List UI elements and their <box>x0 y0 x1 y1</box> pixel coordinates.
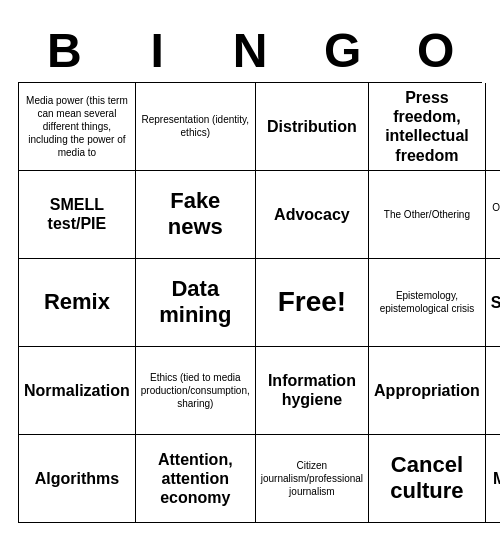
bingo-cell: The Other/Othering <box>369 171 486 259</box>
bingo-cell: Press freedom, intellectual freedom <box>369 83 486 171</box>
bingo-cell: Appropriation <box>369 347 486 435</box>
cell-text: Epistemology, epistemological crisis <box>374 289 480 315</box>
cell-text: Objectivity vs. fairness in news coverag… <box>491 201 500 227</box>
bingo-cell: Normalization <box>19 347 136 435</box>
bingo-letter: B <box>18 21 111 82</box>
bingo-cell: Objectivity vs. fairness in news coverag… <box>486 171 500 259</box>
bingo-cell: Fake news <box>136 171 256 259</box>
cell-text: Appropriation <box>374 381 480 400</box>
cell-text: Fake news <box>141 188 250 241</box>
bingo-cell: Advocacy <box>256 171 369 259</box>
cell-text: Media power (this term can mean several … <box>24 94 130 159</box>
cell-text: Press freedom, intellectual freedom <box>374 88 480 165</box>
bingo-cell: Representation (identity, ethics) <box>136 83 256 171</box>
cell-text: Cancel culture <box>374 452 480 505</box>
bingo-letter: O <box>389 21 482 82</box>
cell-text: Advocacy <box>274 205 350 224</box>
bingo-letter: G <box>296 21 389 82</box>
bingo-cell: Free! <box>256 259 369 347</box>
cell-text: Ethics (tied to media production/consump… <box>141 371 250 410</box>
cell-text: Algorithms <box>35 469 119 488</box>
bingo-cell: Ethics (tied to media production/consump… <box>136 347 256 435</box>
cell-text: Information hygiene <box>261 371 363 409</box>
bingo-cell: Citizen journalism/professional journali… <box>256 435 369 523</box>
bingo-cell: Information hygiene <box>256 347 369 435</box>
cell-text: Normalization <box>24 381 130 400</box>
bingo-cell: SMELL test/PIE <box>19 171 136 259</box>
bingo-letter: N <box>204 21 297 82</box>
bingo-letter: I <box>111 21 204 82</box>
cell-text: Distribution <box>267 117 357 136</box>
cell-text: Media scarcity <box>491 364 500 417</box>
bingo-cell: Distribution <box>256 83 369 171</box>
bingo-cell: Epistemology, epistemological crisis <box>369 259 486 347</box>
cell-text: SMELL test/PIE <box>24 195 130 233</box>
cell-text: Free! <box>278 287 346 318</box>
bingo-card: BINGO Media power (this term can mean se… <box>10 13 490 531</box>
bingo-cell: Media scarcity <box>486 347 500 435</box>
bingo-grid: Media power (this term can mean several … <box>18 82 482 523</box>
cell-text: Representation (identity, ethics) <box>141 113 250 139</box>
cell-text: Data mining <box>141 276 250 329</box>
bingo-cell: Algorithms <box>19 435 136 523</box>
bingo-cell: Media power (this term can mean several … <box>19 83 136 171</box>
cell-text: Satire/parody <box>491 293 500 312</box>
bingo-cell: Cancel culture <box>369 435 486 523</box>
cell-text: Monetization <box>493 469 500 488</box>
cell-text: The Other/Othering <box>384 208 470 221</box>
bingo-cell: Monetization <box>486 435 500 523</box>
cell-text: Attention, attention economy <box>141 450 250 508</box>
bingo-cell: Remix <box>19 259 136 347</box>
bingo-cell: Attention, attention economy <box>136 435 256 523</box>
bingo-cell: Data mining <box>136 259 256 347</box>
cell-text: Citizen journalism/professional journali… <box>261 459 363 498</box>
cell-text: Remix <box>44 289 110 315</box>
bingo-cell: Bias (confirmation, implicit) <box>486 83 500 171</box>
bingo-header: BINGO <box>18 21 482 82</box>
cell-text: Bias (confirmation, implicit) <box>491 113 500 139</box>
bingo-cell: Satire/parody <box>486 259 500 347</box>
